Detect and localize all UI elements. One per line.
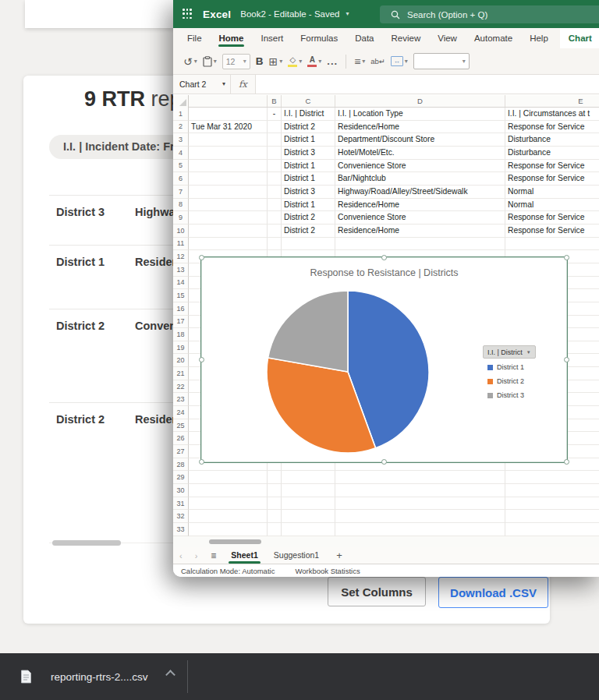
fx-icon[interactable]: fx — [231, 79, 255, 90]
row-header-3[interactable]: 3 — [173, 133, 189, 147]
sheet-tab-suggestion1[interactable]: Suggestion1 — [266, 547, 327, 564]
cell-B30[interactable] — [268, 484, 282, 497]
cell-B7[interactable] — [268, 186, 282, 199]
chart-field-button[interactable]: I.I. | District▼ — [483, 345, 536, 359]
cell-B8[interactable] — [268, 199, 282, 212]
cell-B3[interactable] — [268, 133, 282, 147]
cell-C11[interactable] — [282, 238, 335, 251]
cell-C3[interactable]: District 1 — [282, 133, 335, 147]
cell-E31[interactable] — [505, 497, 599, 511]
select-all-corner[interactable] — [173, 95, 189, 108]
cell-E3[interactable]: Disturbance — [505, 133, 599, 147]
row-header-9[interactable]: 9 — [173, 211, 189, 224]
row-header-8[interactable]: 8 — [173, 199, 189, 212]
cell-C32[interactable] — [282, 510, 335, 523]
cell-A3[interactable] — [189, 133, 268, 147]
fill-color-button[interactable]: ◇ ▾ — [288, 56, 302, 67]
cell-D2[interactable]: Residence/Home — [335, 121, 505, 134]
row-header-13[interactable]: 13 — [173, 263, 189, 277]
cell-B10[interactable] — [268, 224, 282, 238]
cell-C33[interactable] — [282, 523, 335, 536]
row-header-17[interactable]: 17 — [173, 316, 189, 329]
selection-handle[interactable] — [564, 255, 569, 260]
cell-A8[interactable] — [189, 199, 268, 212]
wrap-text-button[interactable]: ab↵ — [370, 57, 385, 65]
chevron-up-icon[interactable] — [165, 670, 175, 680]
row-header-29[interactable]: 29 — [173, 471, 189, 484]
column-header-b[interactable]: B — [268, 95, 282, 107]
status-item-calculation-mode[interactable]: Calculation Mode: Automatic — [181, 567, 275, 575]
cell-D8[interactable]: Residence/Home — [335, 199, 505, 212]
tab-insert[interactable]: Insert — [252, 28, 292, 48]
selection-handle[interactable] — [381, 255, 387, 260]
row-header-12[interactable]: 12 — [173, 250, 189, 263]
row-header-28[interactable]: 28 — [173, 458, 189, 472]
cell-D10[interactable]: Residence/Home — [335, 224, 505, 238]
cell-A4[interactable] — [189, 147, 268, 160]
cell-D5[interactable]: Convenience Store — [335, 160, 505, 173]
cell-B6[interactable] — [268, 172, 282, 186]
paste-button[interactable]: ▾ — [203, 56, 217, 67]
cell-D32[interactable] — [335, 510, 505, 523]
cell-E29[interactable] — [505, 471, 599, 484]
tab-review[interactable]: Review — [382, 28, 429, 48]
cell-C5[interactable]: District 1 — [282, 160, 335, 173]
cell-B5[interactable] — [268, 160, 282, 173]
legend-item-district-1[interactable]: District 1 — [487, 360, 524, 374]
cell-A11[interactable] — [189, 238, 268, 251]
tab-home[interactable]: Home — [211, 28, 253, 48]
cell-A29[interactable] — [189, 471, 268, 484]
formula-bar-input[interactable] — [255, 75, 599, 94]
legend-item-district-3[interactable]: District 3 — [487, 388, 524, 402]
cell-D3[interactable]: Department/Discount Store — [335, 133, 505, 147]
bold-button[interactable]: B — [256, 55, 264, 67]
next-sheet-icon[interactable]: › — [189, 551, 204, 560]
card-scrollbar[interactable] — [52, 540, 121, 546]
cell-E4[interactable]: Disturbance — [505, 147, 599, 160]
cell-C9[interactable]: District 2 — [282, 211, 335, 224]
row-header-4[interactable]: 4 — [173, 147, 189, 160]
row-header-27[interactable]: 27 — [173, 445, 189, 458]
name-box[interactable]: Chart 2▾ — [173, 75, 231, 94]
cell-E10[interactable]: Response for Service — [505, 224, 599, 238]
cell-E8[interactable]: Normal — [505, 199, 599, 212]
tab-file[interactable]: File — [179, 28, 211, 48]
tab-help[interactable]: Help — [521, 28, 557, 48]
row-header-20[interactable]: 20 — [173, 354, 189, 367]
row-header-32[interactable]: 32 — [173, 510, 189, 523]
cell-A10[interactable] — [189, 224, 268, 238]
cell-E30[interactable] — [505, 484, 599, 497]
cell-C8[interactable]: District 1 — [282, 199, 335, 212]
tab-view[interactable]: View — [429, 28, 466, 48]
selection-handle[interactable] — [564, 459, 569, 465]
cell-A9[interactable] — [189, 211, 268, 224]
cell-E7[interactable]: Normal — [505, 186, 599, 199]
row-header-5[interactable]: 5 — [173, 160, 189, 173]
cell-A1[interactable] — [189, 108, 268, 121]
row-header-30[interactable]: 30 — [173, 484, 189, 497]
cell-B32[interactable] — [268, 510, 282, 523]
row-header-18[interactable]: 18 — [173, 328, 189, 341]
more-formatting-button[interactable]: ... — [327, 55, 338, 67]
search-input[interactable]: Search (Option + Q) — [380, 5, 599, 23]
cell-A6[interactable] — [189, 172, 268, 186]
tab-formulas[interactable]: Formulas — [292, 28, 346, 48]
row-header-14[interactable]: 14 — [173, 277, 189, 290]
cell-E32[interactable] — [505, 510, 599, 523]
cell-E33[interactable] — [505, 523, 599, 536]
cell-B31[interactable] — [268, 497, 282, 511]
row-header-2[interactable]: 2 — [173, 121, 189, 134]
status-item-workbook-statistics[interactable]: Workbook Statistics — [295, 567, 360, 575]
pie-chart-object[interactable]: Response to Resistance | Districts I.I. … — [201, 257, 567, 462]
row-header-21[interactable]: 21 — [173, 367, 189, 380]
cell-B2[interactable] — [268, 121, 282, 134]
cell-D9[interactable]: Convenience Store — [335, 211, 505, 224]
cell-B29[interactable] — [268, 471, 282, 484]
cell-A7[interactable] — [189, 186, 268, 199]
tab-chart[interactable]: Chart — [560, 28, 599, 48]
row-header-22[interactable]: 22 — [173, 380, 189, 394]
row-header-26[interactable]: 26 — [173, 432, 189, 445]
cell-B11[interactable] — [268, 238, 282, 251]
row-header-25[interactable]: 25 — [173, 419, 189, 433]
cell-A33[interactable] — [189, 523, 268, 536]
